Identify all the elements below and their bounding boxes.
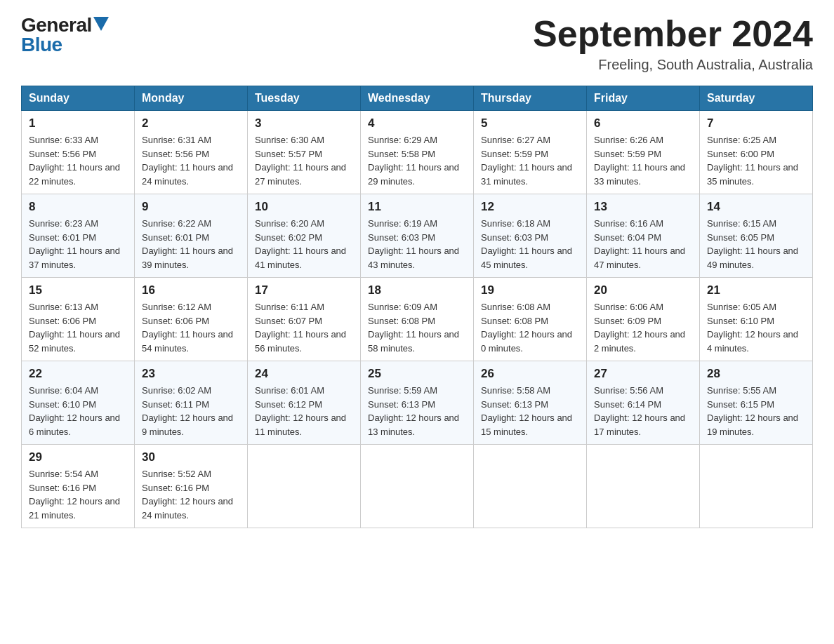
day-number: 18	[368, 283, 466, 297]
calendar-header-row: Sunday Monday Tuesday Wednesday Thursday…	[22, 86, 813, 111]
day-number: 17	[255, 283, 353, 297]
day-detail: Sunrise: 5:55 AMSunset: 6:15 PMDaylight:…	[707, 384, 805, 438]
calendar-day-cell: 1Sunrise: 6:33 AMSunset: 5:56 PMDaylight…	[22, 111, 135, 194]
calendar-day-cell: 9Sunrise: 6:22 AMSunset: 6:01 PMDaylight…	[135, 194, 248, 278]
calendar-day-cell	[587, 445, 700, 528]
day-number: 3	[255, 116, 353, 130]
month-title: September 2024	[533, 14, 813, 54]
calendar-day-cell: 13Sunrise: 6:16 AMSunset: 6:04 PMDayligh…	[587, 194, 700, 278]
day-detail: Sunrise: 5:54 AMSunset: 6:16 PMDaylight:…	[29, 467, 127, 522]
col-sunday: Sunday	[22, 86, 135, 111]
day-detail: Sunrise: 6:30 AMSunset: 5:57 PMDaylight:…	[255, 133, 353, 188]
title-block: September 2024 Freeling, South Australia…	[533, 14, 813, 73]
col-wednesday: Wednesday	[361, 86, 474, 111]
day-detail: Sunrise: 6:05 AMSunset: 6:10 PMDaylight:…	[707, 300, 805, 355]
day-number: 9	[142, 200, 240, 214]
calendar-week-row: 22Sunrise: 6:04 AMSunset: 6:10 PMDayligh…	[22, 361, 813, 445]
logo-blue-text: Blue	[21, 34, 62, 56]
calendar-day-cell: 24Sunrise: 6:01 AMSunset: 6:12 PMDayligh…	[248, 361, 361, 445]
day-detail: Sunrise: 6:25 AMSunset: 6:00 PMDaylight:…	[707, 133, 805, 188]
day-detail: Sunrise: 6:11 AMSunset: 6:07 PMDaylight:…	[255, 300, 353, 355]
day-detail: Sunrise: 6:23 AMSunset: 6:01 PMDaylight:…	[29, 217, 127, 271]
day-number: 2	[142, 116, 240, 130]
calendar-day-cell: 29Sunrise: 5:54 AMSunset: 6:16 PMDayligh…	[22, 445, 135, 528]
calendar-day-cell: 2Sunrise: 6:31 AMSunset: 5:56 PMDaylight…	[135, 111, 248, 194]
calendar-day-cell: 15Sunrise: 6:13 AMSunset: 6:06 PMDayligh…	[22, 278, 135, 361]
day-number: 25	[368, 367, 466, 381]
day-detail: Sunrise: 6:29 AMSunset: 5:58 PMDaylight:…	[368, 133, 466, 188]
day-detail: Sunrise: 6:13 AMSunset: 6:06 PMDaylight:…	[29, 300, 127, 355]
day-number: 27	[594, 367, 692, 381]
calendar-week-row: 8Sunrise: 6:23 AMSunset: 6:01 PMDaylight…	[22, 194, 813, 278]
calendar-day-cell: 11Sunrise: 6:19 AMSunset: 6:03 PMDayligh…	[361, 194, 474, 278]
calendar-day-cell	[474, 445, 587, 528]
calendar-week-row: 29Sunrise: 5:54 AMSunset: 6:16 PMDayligh…	[22, 445, 813, 528]
calendar-body: 1Sunrise: 6:33 AMSunset: 5:56 PMDaylight…	[22, 111, 813, 528]
calendar-day-cell: 8Sunrise: 6:23 AMSunset: 6:01 PMDaylight…	[22, 194, 135, 278]
day-detail: Sunrise: 6:02 AMSunset: 6:11 PMDaylight:…	[142, 384, 240, 438]
col-thursday: Thursday	[474, 86, 587, 111]
day-detail: Sunrise: 6:06 AMSunset: 6:09 PMDaylight:…	[594, 300, 692, 355]
day-detail: Sunrise: 6:20 AMSunset: 6:02 PMDaylight:…	[255, 217, 353, 271]
col-friday: Friday	[587, 86, 700, 111]
calendar-table: Sunday Monday Tuesday Wednesday Thursday…	[21, 86, 813, 528]
day-number: 24	[255, 367, 353, 381]
day-number: 26	[481, 367, 579, 381]
day-number: 19	[481, 283, 579, 297]
calendar-day-cell: 16Sunrise: 6:12 AMSunset: 6:06 PMDayligh…	[135, 278, 248, 361]
day-number: 21	[707, 283, 805, 297]
logo-arrow-icon	[93, 17, 109, 31]
day-detail: Sunrise: 6:04 AMSunset: 6:10 PMDaylight:…	[29, 384, 127, 438]
calendar-day-cell	[700, 445, 813, 528]
calendar-day-cell: 25Sunrise: 5:59 AMSunset: 6:13 PMDayligh…	[361, 361, 474, 445]
col-monday: Monday	[135, 86, 248, 111]
day-number: 8	[29, 200, 127, 214]
calendar-day-cell: 28Sunrise: 5:55 AMSunset: 6:15 PMDayligh…	[700, 361, 813, 445]
location-subtitle: Freeling, South Australia, Australia	[533, 57, 813, 73]
calendar-day-cell: 10Sunrise: 6:20 AMSunset: 6:02 PMDayligh…	[248, 194, 361, 278]
day-detail: Sunrise: 5:59 AMSunset: 6:13 PMDaylight:…	[368, 384, 466, 438]
calendar-day-cell: 3Sunrise: 6:30 AMSunset: 5:57 PMDaylight…	[248, 111, 361, 194]
calendar-day-cell: 26Sunrise: 5:58 AMSunset: 6:13 PMDayligh…	[474, 361, 587, 445]
day-number: 4	[368, 116, 466, 130]
calendar-day-cell: 12Sunrise: 6:18 AMSunset: 6:03 PMDayligh…	[474, 194, 587, 278]
day-number: 14	[707, 200, 805, 214]
col-saturday: Saturday	[700, 86, 813, 111]
day-number: 13	[594, 200, 692, 214]
day-detail: Sunrise: 6:22 AMSunset: 6:01 PMDaylight:…	[142, 217, 240, 271]
calendar-day-cell: 20Sunrise: 6:06 AMSunset: 6:09 PMDayligh…	[587, 278, 700, 361]
col-tuesday: Tuesday	[248, 86, 361, 111]
day-number: 15	[29, 283, 127, 297]
day-number: 23	[142, 367, 240, 381]
calendar-day-cell: 14Sunrise: 6:15 AMSunset: 6:05 PMDayligh…	[700, 194, 813, 278]
day-detail: Sunrise: 6:01 AMSunset: 6:12 PMDaylight:…	[255, 384, 353, 438]
svg-marker-0	[93, 17, 109, 31]
day-detail: Sunrise: 6:12 AMSunset: 6:06 PMDaylight:…	[142, 300, 240, 355]
calendar-day-cell: 21Sunrise: 6:05 AMSunset: 6:10 PMDayligh…	[700, 278, 813, 361]
day-detail: Sunrise: 5:52 AMSunset: 6:16 PMDaylight:…	[142, 467, 240, 522]
day-number: 1	[29, 116, 127, 130]
day-number: 10	[255, 200, 353, 214]
day-number: 11	[368, 200, 466, 214]
logo: General Blue	[21, 14, 109, 56]
calendar-day-cell: 17Sunrise: 6:11 AMSunset: 6:07 PMDayligh…	[248, 278, 361, 361]
day-detail: Sunrise: 6:16 AMSunset: 6:04 PMDaylight:…	[594, 217, 692, 271]
calendar-day-cell: 4Sunrise: 6:29 AMSunset: 5:58 PMDaylight…	[361, 111, 474, 194]
day-detail: Sunrise: 6:27 AMSunset: 5:59 PMDaylight:…	[481, 133, 579, 188]
day-detail: Sunrise: 6:18 AMSunset: 6:03 PMDaylight:…	[481, 217, 579, 271]
calendar-day-cell: 7Sunrise: 6:25 AMSunset: 6:00 PMDaylight…	[700, 111, 813, 194]
calendar-day-cell: 27Sunrise: 5:56 AMSunset: 6:14 PMDayligh…	[587, 361, 700, 445]
day-number: 22	[29, 367, 127, 381]
calendar-day-cell: 19Sunrise: 6:08 AMSunset: 6:08 PMDayligh…	[474, 278, 587, 361]
calendar-day-cell: 22Sunrise: 6:04 AMSunset: 6:10 PMDayligh…	[22, 361, 135, 445]
day-detail: Sunrise: 6:08 AMSunset: 6:08 PMDaylight:…	[481, 300, 579, 355]
day-detail: Sunrise: 6:19 AMSunset: 6:03 PMDaylight:…	[368, 217, 466, 271]
day-number: 5	[481, 116, 579, 130]
calendar-day-cell	[248, 445, 361, 528]
day-detail: Sunrise: 5:56 AMSunset: 6:14 PMDaylight:…	[594, 384, 692, 438]
day-detail: Sunrise: 5:58 AMSunset: 6:13 PMDaylight:…	[481, 384, 579, 438]
calendar-day-cell: 30Sunrise: 5:52 AMSunset: 6:16 PMDayligh…	[135, 445, 248, 528]
calendar-day-cell: 5Sunrise: 6:27 AMSunset: 5:59 PMDaylight…	[474, 111, 587, 194]
calendar-day-cell: 6Sunrise: 6:26 AMSunset: 5:59 PMDaylight…	[587, 111, 700, 194]
calendar-week-row: 1Sunrise: 6:33 AMSunset: 5:56 PMDaylight…	[22, 111, 813, 194]
